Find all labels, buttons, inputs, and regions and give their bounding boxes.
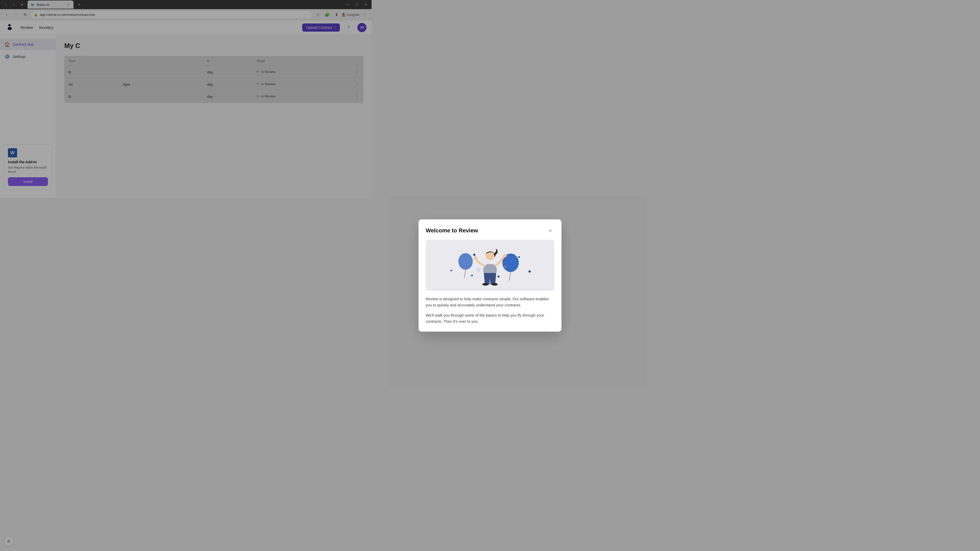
modal-overlay[interactable]: Welcome to Review × — [0, 0, 372, 208]
